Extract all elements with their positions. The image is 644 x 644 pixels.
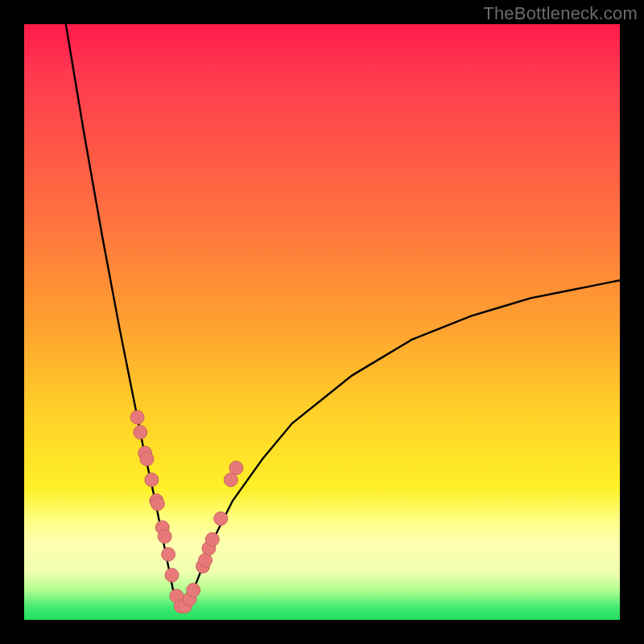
sample-dot xyxy=(205,533,219,547)
sample-dot xyxy=(187,584,200,597)
sample-dot xyxy=(214,512,228,526)
bottleneck-curve xyxy=(66,24,620,608)
watermark-text: TheBottleneck.com xyxy=(483,3,638,24)
sample-dot xyxy=(229,461,243,475)
sample-dot xyxy=(151,497,164,510)
sample-dot xyxy=(158,530,171,543)
sample-dot xyxy=(145,473,159,487)
sample-dot xyxy=(134,425,147,439)
chart-frame: TheBottleneck.com xyxy=(0,0,644,644)
sample-dot xyxy=(140,452,154,466)
plot-area xyxy=(24,24,620,620)
sample-dot xyxy=(165,568,179,582)
curve-layer xyxy=(24,24,620,620)
sample-dot xyxy=(162,547,175,561)
sample-dot xyxy=(130,411,144,424)
